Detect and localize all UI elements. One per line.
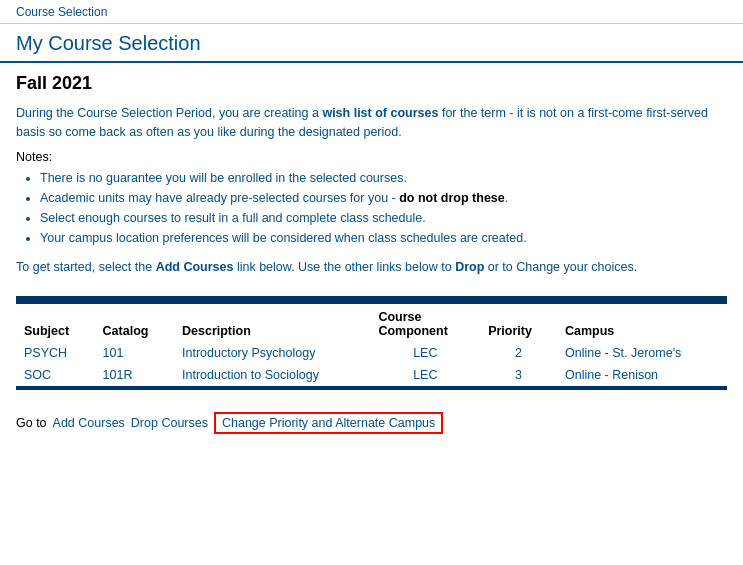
- col-header-priority: Priority: [480, 304, 557, 342]
- cell-catalog: 101: [95, 342, 174, 364]
- cell-campus: Online - St. Jerome's: [557, 342, 727, 364]
- cell-priority: 2: [480, 342, 557, 364]
- drop-courses-link[interactable]: Drop Courses: [131, 416, 208, 430]
- note-item-2: Academic units may have already pre-sele…: [40, 188, 727, 208]
- table-row: SOC 101R Introduction to Sociology LEC 3…: [16, 364, 727, 388]
- page-title-bar: My Course Selection: [0, 24, 743, 63]
- cell-campus: Online - Renison: [557, 364, 727, 388]
- term-heading: Fall 2021: [16, 73, 727, 94]
- add-courses-inline-link[interactable]: Add Courses: [156, 260, 234, 274]
- cell-component: LEC: [370, 364, 480, 388]
- col-header-component: CourseComponent: [370, 304, 480, 342]
- notes-label: Notes:: [16, 150, 727, 164]
- cell-description: Introduction to Sociology: [174, 364, 370, 388]
- col-header-subject: Subject: [16, 304, 95, 342]
- col-header-catalog: Catalog: [95, 304, 174, 342]
- cell-catalog: 101R: [95, 364, 174, 388]
- courses-table: Subject Catalog Description CourseCompon…: [16, 304, 727, 390]
- col-header-description: Description: [174, 304, 370, 342]
- cell-priority: 3: [480, 364, 557, 388]
- table-header-bar: [16, 296, 727, 304]
- add-courses-link[interactable]: Add Courses: [53, 416, 125, 430]
- note-item-1: There is no guarantee you will be enroll…: [40, 168, 727, 188]
- change-priority-link[interactable]: Change Priority and Alternate Campus: [214, 412, 443, 434]
- notes-list: There is no guarantee you will be enroll…: [40, 168, 727, 248]
- intro-text-before: During the Course Selection Period, you …: [16, 106, 322, 120]
- cell-component: LEC: [370, 342, 480, 364]
- courses-table-section: Subject Catalog Description CourseCompon…: [16, 296, 727, 390]
- table-row: PSYCH 101 Introductory Psychology LEC 2 …: [16, 342, 727, 364]
- cell-subject: PSYCH: [16, 342, 95, 364]
- page-title: My Course Selection: [16, 32, 727, 55]
- get-started-text: To get started, select the Add Courses l…: [16, 258, 727, 277]
- cell-subject: SOC: [16, 364, 95, 388]
- breadcrumb: Course Selection: [0, 0, 743, 24]
- footer-bar: Go to Add Courses Drop Courses Change Pr…: [0, 400, 743, 446]
- drop-inline-link[interactable]: Drop: [455, 260, 484, 274]
- cell-description: Introductory Psychology: [174, 342, 370, 364]
- content-area: Fall 2021 During the Course Selection Pe…: [0, 63, 743, 400]
- go-to-label: Go to: [16, 416, 47, 430]
- col-header-campus: Campus: [557, 304, 727, 342]
- intro-paragraph: During the Course Selection Period, you …: [16, 104, 727, 142]
- table-header-row: Subject Catalog Description CourseCompon…: [16, 304, 727, 342]
- breadcrumb-text: Course Selection: [16, 5, 107, 19]
- note-item-4: Your campus location preferences will be…: [40, 228, 727, 248]
- intro-bold: wish list of courses: [322, 106, 438, 120]
- note-item-3: Select enough courses to result in a ful…: [40, 208, 727, 228]
